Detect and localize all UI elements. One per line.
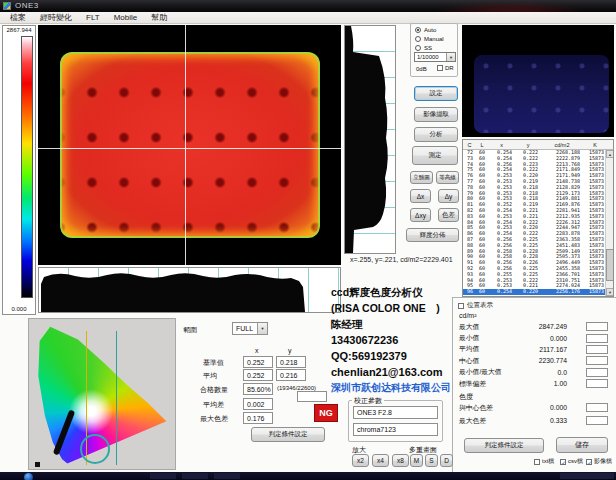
- contour-button[interactable]: 等高線: [436, 171, 459, 184]
- stat-row: 最小值 0.000: [453, 332, 616, 343]
- color-diff-button[interactable]: 色差: [438, 208, 459, 222]
- preview-panel-glow: [474, 55, 609, 133]
- zoom-factor-button[interactable]: x8: [392, 454, 409, 467]
- capture-mode-radio[interactable]: Manual: [415, 35, 457, 42]
- format-checkbox[interactable]: csv檔: [560, 457, 583, 466]
- checkbox-icon: [560, 459, 566, 465]
- menu-item[interactable]: FLT: [80, 12, 106, 23]
- range-select[interactable]: FULL ▼: [232, 322, 268, 335]
- value-box[interactable]: [586, 368, 608, 377]
- position-display-checkbox[interactable]: 位置表示: [458, 301, 493, 310]
- panel-thermal-image: [60, 52, 320, 238]
- avg-diff-field[interactable]: 0.002: [243, 398, 273, 410]
- contact-email: chenlian21@163.com: [331, 364, 461, 380]
- gain-label: 0dB: [416, 66, 427, 72]
- radio-icon: [415, 27, 421, 33]
- calibration-title: 校正參數: [352, 396, 384, 406]
- value-box[interactable]: [586, 334, 608, 343]
- window-title: ONE3: [15, 1, 39, 10]
- product-model: (RISA COLOR ONE ): [331, 300, 461, 316]
- horizontal-profile-plot: [38, 267, 341, 313]
- menu-item[interactable]: 檔案: [4, 12, 32, 23]
- delta-y-button[interactable]: Δy: [438, 189, 459, 203]
- save-button[interactable]: 儲存: [556, 437, 608, 453]
- radio-icon: [415, 45, 421, 51]
- reference-x-field[interactable]: 0.252: [243, 356, 273, 368]
- menu-item[interactable]: 幫助: [145, 12, 173, 23]
- capture-mode-radio[interactable]: SS: [415, 44, 457, 51]
- zoom-factor-button[interactable]: x2: [352, 454, 369, 467]
- multi-screen-button[interactable]: S: [425, 454, 438, 467]
- value-box[interactable]: [586, 379, 608, 388]
- crosshair-horizontal: [38, 148, 341, 149]
- zoom-factor-button[interactable]: x4: [372, 454, 389, 467]
- luminance-dist-button[interactable]: 輝度分佈: [406, 228, 459, 242]
- delta-xy-button[interactable]: Δxy: [410, 208, 431, 222]
- stat-row: 平均值 2117.167: [453, 344, 616, 355]
- capture-mode-radio[interactable]: Auto: [415, 26, 457, 33]
- analyze-button[interactable]: 分析: [414, 127, 458, 142]
- measure-button[interactable]: 測定: [412, 146, 458, 165]
- table-row[interactable]: 96 60 0.254 0.220 2256.176 15873: [463, 289, 605, 295]
- max-diff-label: 最大色差: [200, 414, 228, 424]
- value-box[interactable]: [586, 356, 608, 365]
- luminance-image-view[interactable]: [38, 25, 341, 265]
- scroll-down-icon[interactable]: ▼: [606, 288, 614, 296]
- multi-screen-button[interactable]: M: [410, 454, 423, 467]
- set-button[interactable]: 設定: [414, 86, 458, 101]
- contact-phone: 13430672236: [331, 332, 461, 348]
- resize-grip: [35, 462, 40, 467]
- contact-block: ccd辉度色度分析仪 (RISA COLOR ONE ) 陈经理 1343067…: [331, 284, 461, 396]
- format-checkbox[interactable]: 影像檔: [586, 457, 612, 466]
- reference-y-field[interactable]: 0.218: [276, 356, 306, 368]
- delta-x-button[interactable]: Δx: [410, 189, 431, 203]
- solid-view-button[interactable]: 立體圖: [410, 171, 433, 184]
- camera-preview: [462, 25, 614, 137]
- image-capture-button[interactable]: 影像擷取: [414, 107, 458, 122]
- taskbar-item: [150, 473, 176, 479]
- scroll-up-icon[interactable]: ▲: [606, 150, 614, 158]
- menu-item[interactable]: Mobile: [108, 12, 144, 23]
- capture-mode-list: Auto Manual SS: [411, 26, 457, 51]
- average-x-field[interactable]: 0.252: [243, 369, 273, 381]
- format-checkbox[interactable]: txt檔: [534, 457, 554, 466]
- judge-condition-settings-button[interactable]: 判定條件設定: [251, 427, 325, 442]
- avg-diff-label: 平均差: [203, 400, 224, 410]
- capture-mode-group: Auto Manual SS 1/10000 ▼ 0dB DR: [410, 23, 458, 77]
- stat-row: 最大值 2847.249: [453, 321, 616, 332]
- ng-status-badge: NG: [314, 404, 338, 422]
- start-button-icon: [24, 473, 33, 480]
- chevron-down-icon[interactable]: ▼: [446, 53, 455, 61]
- multi-screen-buttons: MSD: [410, 454, 453, 467]
- stat-row: 最小值/最大值 0.0: [453, 367, 616, 378]
- average-y-field[interactable]: 0.216: [276, 369, 306, 381]
- value-box[interactable]: [586, 345, 608, 354]
- vertical-profile-plot: [344, 25, 396, 254]
- result-field[interactable]: [297, 391, 327, 402]
- value-box[interactable]: [586, 416, 608, 425]
- judge-condition-button[interactable]: 判定條件設定: [464, 438, 544, 453]
- exposure-select[interactable]: 1/10000 ▼: [414, 52, 456, 62]
- vertical-profile-silhouette: [345, 26, 395, 253]
- calibration-field-1[interactable]: ONE3 F2.8: [353, 406, 438, 419]
- taskbar: [0, 472, 616, 480]
- radio-icon: [415, 36, 421, 42]
- pass-percent-field[interactable]: 85.60%: [243, 383, 273, 395]
- chevron-down-icon[interactable]: ▼: [257, 323, 267, 334]
- app-window: ONE3 檔案經時變化FLTMobile幫助 2867.944 0.000 x=…: [0, 0, 616, 480]
- menu-item[interactable]: 經時變化: [34, 12, 78, 23]
- table-body: 72 60 0.254 0.222 2268.188 15873 73 60 0…: [463, 150, 605, 296]
- measurement-table: C L x y cd/m2 K 72 60 0.254 0.222 2268.1…: [462, 139, 614, 297]
- checkbox-icon: [534, 459, 540, 465]
- scrollbar-thumb[interactable]: [606, 249, 614, 281]
- table-scrollbar[interactable]: ▲ ▼: [605, 150, 613, 296]
- dr-checkbox[interactable]: DR: [437, 65, 454, 71]
- max-diff-field[interactable]: 0.176: [243, 412, 273, 424]
- luminance-stats-list: 最大值 2847.249 最小值 0.000 平均值 2117.167: [453, 321, 616, 389]
- save-format-checkboxes: txt檔 csv檔 影像檔: [452, 455, 616, 467]
- calibration-field-2[interactable]: chroma7123: [353, 423, 438, 436]
- multi-screen-button[interactable]: D: [440, 454, 453, 467]
- value-box[interactable]: [586, 403, 608, 412]
- value-box[interactable]: [586, 322, 608, 331]
- color-scale-panel: 2867.944 0.000: [2, 25, 36, 315]
